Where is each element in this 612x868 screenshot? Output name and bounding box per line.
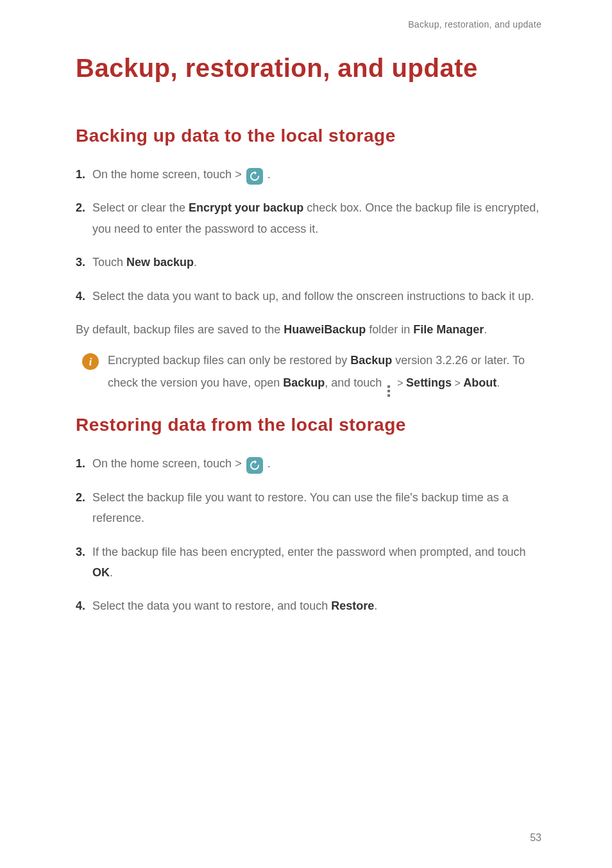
section-title-backup: Backing up data to the local storage	[76, 126, 541, 146]
step-item: 4. Select the data you want to back up, …	[76, 286, 541, 306]
step-body: Touch New backup.	[92, 252, 541, 272]
step-text: Touch	[92, 256, 126, 269]
step-text: .	[194, 256, 197, 269]
info-text: >	[452, 378, 463, 388]
bold-term: File Manager	[413, 323, 484, 336]
backup-app-icon	[246, 168, 263, 185]
step-body: Select the data you want to restore, and…	[92, 596, 541, 616]
step-text: On the home screen, touch >	[92, 457, 245, 470]
step-body: On the home screen, touch > .	[92, 164, 541, 185]
step-body: Select or clear the Encrypt your backup …	[92, 197, 541, 239]
step-text: Select the data you want to restore, and…	[92, 599, 331, 612]
bold-term: Settings	[406, 376, 452, 389]
paragraph: By default, backup files are saved to th…	[76, 319, 541, 340]
step-number: 3.	[76, 542, 89, 562]
para-text: By default, backup files are saved to th…	[76, 323, 284, 336]
step-body: If the backup file has been encrypted, e…	[92, 542, 541, 583]
bold-term: HuaweiBackup	[284, 323, 366, 336]
step-item: 2. Select or clear the Encrypt your back…	[76, 197, 541, 239]
step-number: 1.	[76, 164, 89, 185]
info-body: Encrypted backup files can only be resto…	[108, 349, 541, 397]
step-text: Select the data you want to back up, and…	[92, 290, 534, 303]
step-number: 3.	[76, 252, 89, 272]
more-vertical-icon	[387, 384, 390, 397]
step-text: Select the backup file you want to resto…	[92, 491, 509, 524]
info-text: .	[497, 376, 500, 389]
step-item: 3. Touch New backup.	[76, 252, 541, 272]
info-text: >	[397, 378, 406, 388]
step-body: Select the backup file you want to resto…	[92, 487, 541, 529]
info-text: Encrypted backup files can only be resto…	[108, 354, 350, 367]
step-item: 2. Select the backup file you want to re…	[76, 487, 541, 529]
step-text: On the home screen, touch >	[92, 168, 245, 181]
bold-term: OK	[92, 566, 110, 579]
para-text: .	[484, 323, 487, 336]
bold-term: New backup	[126, 256, 194, 269]
bold-term: Encrypt your backup	[189, 201, 303, 214]
step-number: 2.	[76, 197, 89, 218]
step-item: 3. If the backup file has been encrypted…	[76, 542, 541, 583]
bold-term: About	[463, 376, 497, 389]
chapter-title: Backup, restoration, and update	[76, 42, 541, 94]
step-number: 1.	[76, 453, 89, 474]
bold-term: Restore	[331, 599, 374, 612]
step-body: Select the data you want to back up, and…	[92, 286, 541, 306]
step-text: .	[374, 599, 377, 612]
step-text: .	[268, 168, 271, 181]
section-title-restore: Restoring data from the local storage	[76, 415, 541, 435]
step-number: 4.	[76, 596, 89, 616]
step-item: 1. On the home screen, touch > .	[76, 453, 541, 474]
para-text: folder in	[366, 323, 413, 336]
bold-term: Backup	[350, 354, 392, 367]
step-text: Select or clear the	[92, 201, 189, 214]
step-text: If the backup file has been encrypted, e…	[92, 546, 525, 558]
document-page: Backup, restoration, and update Backup, …	[0, 0, 612, 868]
step-number: 4.	[76, 286, 89, 306]
step-number: 2.	[76, 487, 89, 508]
step-text: .	[110, 566, 113, 579]
info-text: , and touch	[325, 376, 385, 389]
step-body: On the home screen, touch > .	[92, 453, 541, 474]
info-callout: i Encrypted backup files can only be res…	[82, 349, 541, 397]
step-text: .	[268, 457, 271, 470]
page-header-trail: Backup, restoration, and update	[76, 19, 541, 29]
backup-app-icon	[246, 457, 263, 474]
bold-term: Backup	[283, 376, 325, 389]
info-icon: i	[82, 353, 99, 370]
step-item: 4. Select the data you want to restore, …	[76, 596, 541, 616]
page-number: 53	[530, 832, 541, 844]
step-item: 1. On the home screen, touch > .	[76, 164, 541, 185]
